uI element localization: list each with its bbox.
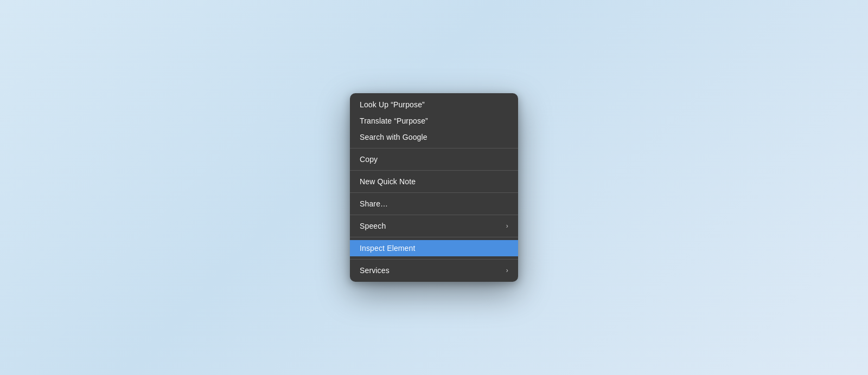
menu-item-look-up[interactable]: Look Up “Purpose” bbox=[350, 96, 518, 113]
divider-2 bbox=[350, 170, 518, 171]
divider-6 bbox=[350, 259, 518, 260]
divider-3 bbox=[350, 192, 518, 193]
menu-item-copy-label: Copy bbox=[360, 155, 508, 164]
divider-5 bbox=[350, 237, 518, 237]
menu-item-copy[interactable]: Copy bbox=[350, 151, 518, 167]
divider-1 bbox=[350, 148, 518, 148]
menu-item-translate-label: Translate “Purpose” bbox=[360, 117, 508, 125]
menu-item-translate[interactable]: Translate “Purpose” bbox=[350, 113, 518, 129]
menu-item-services[interactable]: Services › bbox=[350, 262, 518, 279]
services-submenu-chevron: › bbox=[506, 267, 508, 274]
menu-item-speech-label: Speech bbox=[360, 222, 506, 230]
menu-item-search-google-label: Search with Google bbox=[360, 133, 508, 141]
menu-item-search-google[interactable]: Search with Google bbox=[350, 129, 518, 145]
menu-item-share[interactable]: Share… bbox=[350, 196, 518, 212]
divider-4 bbox=[350, 215, 518, 215]
menu-item-new-quick-note[interactable]: New Quick Note bbox=[350, 173, 518, 190]
speech-submenu-chevron: › bbox=[506, 222, 508, 230]
menu-item-inspect-element[interactable]: Inspect Element bbox=[350, 240, 518, 256]
context-menu: Look Up “Purpose” Translate “Purpose” Se… bbox=[350, 93, 518, 282]
menu-item-services-label: Services bbox=[360, 266, 506, 275]
menu-item-share-label: Share… bbox=[360, 199, 508, 208]
menu-item-speech[interactable]: Speech › bbox=[350, 218, 518, 234]
menu-item-look-up-label: Look Up “Purpose” bbox=[360, 100, 508, 109]
menu-item-new-quick-note-label: New Quick Note bbox=[360, 177, 508, 186]
menu-item-inspect-element-label: Inspect Element bbox=[360, 244, 508, 253]
